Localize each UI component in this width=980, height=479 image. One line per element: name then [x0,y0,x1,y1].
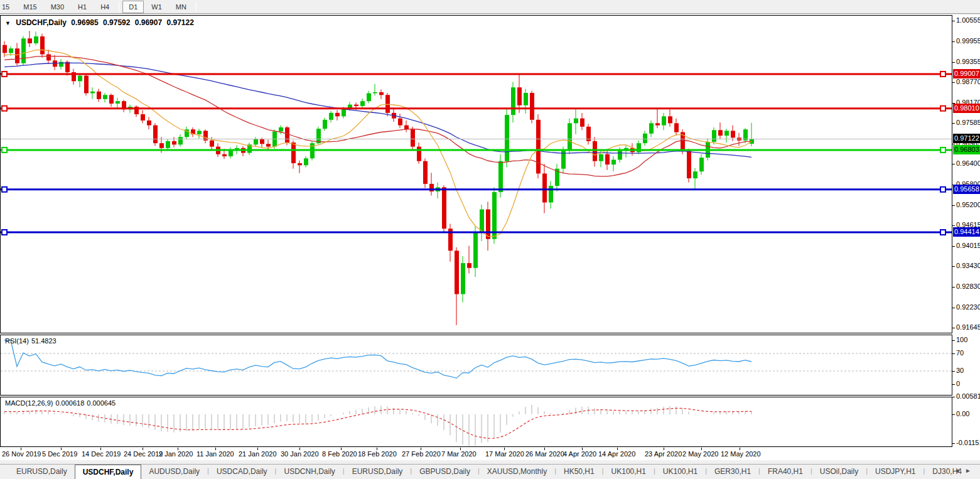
date-label: 17 Mar 2020 [485,450,524,458]
tab-fra40-h1[interactable]: FRA40,H1 [760,465,810,479]
date-label: 5 Dec 2019 [42,450,77,458]
rsi-value: 51.4823 [31,337,57,345]
macd-indicator-panel[interactable]: MACD(12,26,9)0.0006180.000645 [0,397,952,447]
price-tick-tick-mark [952,287,955,288]
timeframe-button-m30[interactable]: M30 [45,1,70,13]
tab-xauusd-monthly[interactable]: XAUUSD,Monthly [480,465,554,479]
price-tick-tick-mark [952,205,955,206]
price-tick: 0.92830 [956,283,980,290]
rsi-scale-tick: 30 [956,367,980,374]
price-tick-tick-mark [952,164,955,164]
chart-symbol-period: USDCHF,Daily [16,18,67,27]
timeframe-button-w1[interactable]: W1 [145,1,168,13]
toolbar-separator [119,2,119,12]
rsi-scale-tick-tick-mark [952,353,955,354]
macd-scale-tick: 0.005818 [956,392,980,400]
price-tick: 1.00555 [956,16,980,24]
macd-scale-tick-tick-mark [952,397,955,397]
date-axis[interactable]: 26 Nov 20195 Dec 201914 Dec 201924 Dec 2… [0,448,952,460]
date-label: 21 Jan 2020 [239,450,277,458]
tab-scroll-left-icon[interactable]: ◄ [954,467,965,474]
price-tick-tick-mark [952,21,955,21]
price-tick: 0.94015 [956,242,980,249]
rsi-scale-tick: 100 [956,336,980,343]
tab-eurusd-daily[interactable]: EURUSD,Daily [345,465,411,479]
date-label: 2 May 2020 [682,450,718,458]
timeframe-button-15[interactable]: 15 [0,1,16,13]
price-tick-tick-mark [952,308,955,308]
date-label: 30 Jan 2020 [281,450,319,458]
price-chart-panel[interactable]: ▼ USDCHF,Daily 0.96985 0.97592 0.96907 0… [0,15,952,333]
price-axis[interactable]: 1.005550.999550.993550.987700.981700.975… [952,15,980,460]
rsi-label: RSI(14)51.4823 [5,337,59,345]
tab-uk100-h1[interactable]: UK100,H1 [655,465,705,479]
date-label: 14 Apr 2020 [598,450,635,458]
tab-usoil-daily[interactable]: USOil,Daily [812,465,866,479]
price-tag-0.96803: 0.96803 [953,145,980,154]
date-label: 24 Dec 2019 [124,450,163,458]
price-tag-0.98010: 0.98010 [953,104,980,113]
rsi-scale-tick: 70 [956,349,980,357]
macd-name: MACD(12,26,9) [5,399,53,407]
macd-label: MACD(12,26,9)0.0006180.000645 [5,399,118,407]
tab-audusd-daily[interactable]: AUDUSD,Daily [141,465,207,479]
date-label: 18 Feb 2020 [358,450,397,458]
rsi-name: RSI(14) [5,337,29,345]
toolbar-separator [196,2,197,12]
tab-usdchf-daily[interactable]: USDCHF,Daily [75,465,142,479]
macd-scale-tick-tick-mark [952,414,955,415]
price-tick: 0.93430 [956,262,980,269]
ohlc-low: 0.96907 [135,18,162,27]
tab-usdjpy-h1[interactable]: USDJPY,H1 [868,465,923,479]
candlestick-chart[interactable] [1,16,952,333]
price-tick: 0.92230 [956,303,980,311]
tab-hk50-h1[interactable]: HK50,H1 [556,465,602,479]
price-tick-tick-mark [952,41,955,42]
ohlc-close: 0.97122 [167,18,194,27]
price-tick: 0.98770 [956,78,980,85]
date-label: 8 Feb 2020 [322,450,357,458]
timeframe-button-h4[interactable]: H4 [94,1,116,13]
date-label: 7 Mar 2020 [441,450,477,458]
macd-scale-tick: -0.011514 [956,439,980,446]
macd-value-1: 0.000618 [55,399,84,407]
price-tick: 0.95200 [956,201,980,208]
date-label: 2 Jan 2020 [159,450,193,458]
date-label: 26 Nov 2019 [2,450,41,458]
ohlc-high: 0.97592 [103,18,130,27]
price-tag-0.95658: 0.95658 [953,185,980,194]
timeframe-button-d1[interactable]: D1 [122,1,144,13]
timeframe-button-m15[interactable]: M15 [17,1,43,13]
tab-uk100-h1[interactable]: UK100,H1 [604,465,654,479]
tab-usdcad-daily[interactable]: USDCAD,Daily [209,465,275,479]
price-tick: 0.91645 [956,323,980,331]
price-tick: 0.96400 [956,159,980,167]
rsi-indicator-panel[interactable]: RSI(14)51.4823 [0,335,952,396]
date-label: 12 May 2020 [721,450,761,458]
timeframe-button-h1[interactable]: H1 [72,1,93,13]
symbol-dropdown-icon[interactable]: ▼ [5,20,11,26]
tab-gbpusd-daily[interactable]: GBPUSD,Daily [412,465,478,479]
price-tick-tick-mark [952,62,955,63]
timeframe-toolbar: 15M15M30H1H4D1W1MN [0,0,980,14]
rsi-scale-tick-tick-mark [952,384,955,385]
tab-scroll-right-icon[interactable]: ► [965,467,976,474]
chart-title: ▼ USDCHF,Daily 0.96985 0.97592 0.96907 0… [5,18,197,27]
tab-scroll-arrows: ◄► [954,467,976,474]
macd-chart[interactable] [1,397,952,446]
date-label: 4 Apr 2020 [563,450,596,458]
date-label: 27 Feb 2020 [402,450,441,458]
tab-eurusd-daily[interactable]: EURUSD,Daily [9,465,75,479]
timeframe-button-mn[interactable]: MN [170,1,193,13]
price-tag-0.97122: 0.97122 [953,134,980,143]
price-tick: 0.97585 [956,119,980,126]
macd-value-2: 0.000645 [87,399,116,407]
price-tick-tick-mark [952,82,955,83]
macd-scale-tick: 0.00 [956,410,980,417]
tab-ger30-h1[interactable]: GER30,H1 [707,465,758,479]
rsi-chart[interactable] [1,335,952,395]
tab-usdcnh-daily[interactable]: USDCNH,Daily [276,465,342,479]
macd-scale-tick-tick-mark [952,443,955,444]
mt4-terminal: { "toolbar": { "timeframes": ["15","M15"… [0,0,980,479]
rsi-scale-tick-tick-mark [952,340,955,341]
